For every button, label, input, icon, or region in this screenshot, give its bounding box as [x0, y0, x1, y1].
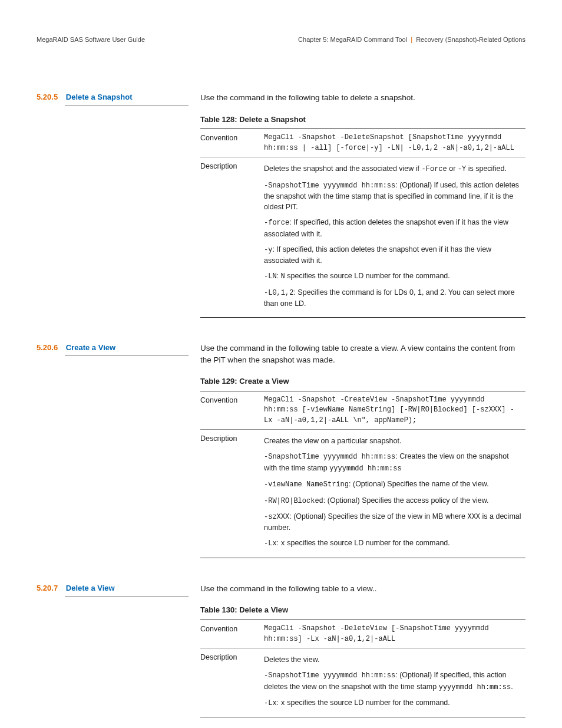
- section-title: Create a View: [66, 342, 115, 354]
- section-intro: Use the command in the following table t…: [200, 342, 525, 365]
- section-number: 5.20.7: [37, 583, 58, 594]
- section-number: 5.20.6: [37, 342, 58, 354]
- header-left: MegaRAID SAS Software User Guide: [37, 35, 145, 45]
- row-label: Description: [200, 157, 264, 318]
- section-intro: Use the command in the following table t…: [200, 92, 525, 104]
- section-title: Delete a View: [66, 583, 115, 594]
- desc-line: Creates the view on a particular snapsho…: [264, 436, 522, 446]
- desc-line: -RW|RO|Blocked: (Optional) Specifies the…: [264, 495, 522, 506]
- header-topic: Recovery (Snapshot)-Related Options: [416, 36, 525, 43]
- table-delete-view: Convention MegaCli -Snapshot -DeleteView…: [200, 620, 525, 717]
- separator-icon: |: [411, 36, 412, 43]
- section-body: Use the command in the following table t…: [200, 342, 525, 558]
- desc-line: -szXXX: (Optional) Specifies the size of…: [264, 511, 522, 533]
- section-number: 5.20.5: [37, 92, 58, 103]
- section-title: Delete a Snapshot: [66, 92, 133, 103]
- convention-code: MegaCli -Snapshot -DeleteSnapshot [Snaps…: [264, 129, 525, 157]
- description-cell: Deletes the snapshot and the associated …: [264, 157, 525, 318]
- desc-line: -L0,1,2: Specifies the command is for LD…: [264, 287, 522, 309]
- row-label: Description: [200, 648, 264, 717]
- desc-line: -LN: N specifies the source LD number fo…: [264, 271, 522, 282]
- desc-line: -force: If specified, this action delete…: [264, 217, 522, 239]
- row-label: Convention: [200, 129, 264, 157]
- section-body: Use the command in the following table t…: [200, 92, 525, 318]
- convention-code: MegaCli -Snapshot -DeleteView [-Snapshot…: [264, 620, 525, 648]
- table-delete-snapshot: Convention MegaCli -Snapshot -DeleteSnap…: [200, 129, 525, 318]
- header-right: Chapter 5: MegaRAID Command Tool | Recov…: [298, 35, 525, 45]
- row-label: Description: [200, 430, 264, 558]
- page-header: MegaRAID SAS Software User Guide Chapter…: [37, 35, 525, 45]
- convention-code: MegaCli -Snapshot -CreateView -SnapshotT…: [264, 391, 525, 430]
- desc-line: -SnapshotTime yyyymmdd hh:mm:ss: (Option…: [264, 670, 522, 693]
- section-heading: 5.20.7 Delete a View: [37, 583, 200, 717]
- section-create-view: 5.20.6 Create a View Use the command in …: [37, 342, 525, 558]
- section-intro: Use the command in the following table t…: [200, 583, 525, 595]
- section-rule: [65, 105, 189, 106]
- desc-line: -viewName NameString: (Optional) Specifi…: [264, 479, 522, 490]
- desc-line: Deletes the view.: [264, 654, 522, 665]
- header-chapter: Chapter 5: MegaRAID Command Tool: [298, 36, 407, 43]
- section-body: Use the command in the following table t…: [200, 583, 525, 717]
- row-label: Convention: [200, 391, 264, 430]
- desc-line: -SnapshotTime yyyymmdd hh:mm:ss: (Option…: [264, 180, 522, 213]
- section-delete-view: 5.20.7 Delete a View Use the command in …: [37, 583, 525, 717]
- desc-line: -y: If specified, this action deletes th…: [264, 244, 522, 266]
- description-cell: Creates the view on a particular snapsho…: [264, 430, 525, 558]
- section-heading: 5.20.6 Create a View: [37, 342, 200, 558]
- row-label: Convention: [200, 620, 264, 648]
- section-rule: [65, 355, 189, 356]
- desc-line: Deletes the snapshot and the associated …: [264, 163, 522, 174]
- table-create-view: Convention MegaCli -Snapshot -CreateView…: [200, 391, 525, 558]
- section-heading: 5.20.5 Delete a Snapshot: [37, 92, 200, 318]
- description-cell: Deletes the view. -SnapshotTime yyyymmdd…: [264, 648, 525, 717]
- table-caption: Table 129: Create a View: [200, 376, 525, 387]
- table-caption: Table 130: Delete a View: [200, 605, 525, 616]
- desc-line: -Lx: x specifies the source LD number fo…: [264, 697, 522, 709]
- desc-line: -Lx: x specifies the source LD number fo…: [264, 538, 522, 549]
- desc-line: -SnapshotTime yyyymmdd hh:mm:ss: Creates…: [264, 451, 522, 474]
- section-rule: [65, 596, 189, 597]
- table-caption: Table 128: Delete a Snapshot: [200, 114, 525, 126]
- section-delete-snapshot: 5.20.5 Delete a Snapshot Use the command…: [37, 92, 525, 318]
